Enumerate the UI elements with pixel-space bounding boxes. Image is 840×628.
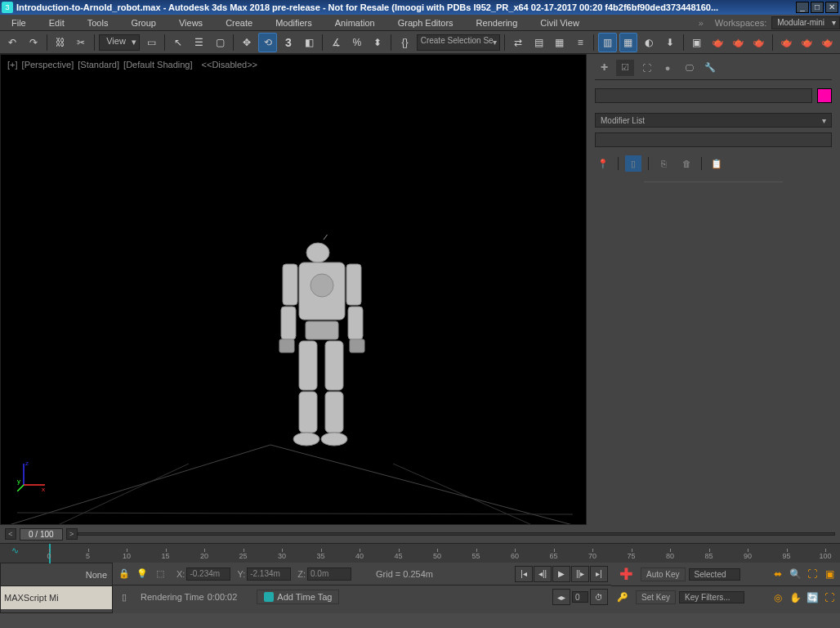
create-tab[interactable]: ✚ [595, 60, 613, 76]
select-name-button[interactable]: ☰ [190, 33, 208, 52]
play-button[interactable]: ▶ [552, 566, 570, 582]
render-frame-button[interactable]: ▣ [688, 33, 706, 52]
fov-icon[interactable]: ▣ [822, 567, 837, 581]
close-button[interactable]: ✕ [825, 2, 838, 13]
spinner-snap-button[interactable]: ⬍ [369, 33, 386, 52]
setkey-button[interactable]: Set Key [636, 590, 676, 604]
menu-file[interactable]: File [0, 15, 38, 30]
modifier-list-dropdown[interactable]: Modifier List▾ [595, 113, 832, 128]
maximize-viewport-icon[interactable]: ⛶ [822, 590, 837, 605]
scale-button[interactable]: 3 [279, 33, 297, 52]
place-button[interactable]: ◧ [300, 33, 318, 52]
selection-lock-button[interactable]: 🔒 [116, 566, 132, 582]
motion-tab[interactable]: ● [659, 60, 677, 76]
remove-modifier-button[interactable]: 🗑 [678, 155, 695, 172]
render-cloud-button[interactable]: 🫖 [819, 33, 837, 52]
frame-spinner[interactable] [572, 591, 588, 603]
reference-coord-dropdown[interactable]: View [99, 34, 140, 51]
goto-start-button[interactable]: |◂ [515, 566, 533, 582]
prev-frame-button[interactable]: ◂|| [534, 566, 552, 582]
time-slider[interactable]: < 0 / 100 > [0, 525, 840, 543]
rotate-button[interactable]: ⟲ [258, 33, 276, 52]
zoom-icon[interactable]: 🔍 [788, 567, 802, 581]
minimize-button[interactable]: _ [796, 2, 809, 13]
coord-mode-button[interactable]: ⬚ [152, 566, 168, 582]
prev-key-button[interactable]: ◂▸ [552, 589, 570, 605]
curve-mode-icon[interactable]: ∿ [11, 545, 19, 556]
pin-stack-button[interactable]: 📍 [595, 155, 611, 172]
maximize-button[interactable]: □ [811, 2, 824, 13]
align-button[interactable]: ▤ [529, 33, 547, 52]
zoom-extents-icon[interactable]: ⛶ [805, 567, 820, 581]
menu-graph-editors[interactable]: Graph Editors [386, 15, 465, 30]
timeline-ruler[interactable]: ∿ 05101520253035404550556065707580859095… [0, 543, 840, 563]
selection-filter-button[interactable]: {} [395, 33, 413, 52]
utilities-tab[interactable]: 🔧 [701, 60, 719, 76]
mirror-button[interactable]: ⇄ [509, 33, 527, 52]
menu-group[interactable]: Group [119, 15, 168, 30]
y-input[interactable] [247, 567, 291, 581]
next-frame-button[interactable]: ||▸ [571, 566, 589, 582]
menu-tools[interactable]: Tools [76, 15, 120, 30]
viewport[interactable]: [+] [Perspective] [Standard] [Default Sh… [0, 54, 587, 525]
unlink-button[interactable]: ✂ [72, 33, 90, 52]
menu-edit[interactable]: Edit [38, 15, 76, 30]
timeslider-handle[interactable]: 0 / 100 [20, 528, 63, 541]
move-button[interactable]: ✥ [238, 33, 256, 52]
timeslider-right-button[interactable]: > [66, 528, 78, 540]
snap-angle-button[interactable]: ∡ [327, 33, 345, 52]
prompt-icon[interactable]: ▯ [116, 589, 132, 605]
isolate-button[interactable]: 💡 [134, 566, 150, 582]
select-region-button[interactable]: ▢ [211, 33, 229, 52]
autokey-button[interactable]: Auto Key [641, 567, 686, 581]
menu-rendering[interactable]: Rendering [465, 15, 529, 30]
undo-button[interactable]: ↶ [3, 33, 21, 52]
menu-views[interactable]: Views [168, 15, 214, 30]
link-button[interactable]: ⛓ [51, 33, 69, 52]
x-input[interactable] [186, 567, 230, 581]
key-filter-mode-dropdown[interactable]: Selected [689, 568, 740, 581]
menu-create[interactable]: Create [214, 15, 264, 30]
show-end-result-button[interactable]: ▯ [625, 155, 641, 172]
curve-editor-button[interactable]: ▥ [598, 33, 616, 52]
time-config-button[interactable]: ⏱ [590, 589, 608, 605]
pan-view-icon[interactable]: ✋ [788, 590, 802, 605]
add-time-tag-button[interactable]: Add Time Tag [257, 590, 339, 604]
redo-button[interactable]: ↷ [24, 33, 42, 52]
menu-animation[interactable]: Animation [324, 15, 386, 30]
render-activeshade-button[interactable]: 🫖 [750, 33, 768, 52]
object-name-input[interactable] [595, 88, 812, 103]
goto-end-button[interactable]: ▸| [590, 566, 608, 582]
select-button[interactable]: ▭ [142, 33, 160, 52]
key-mode-icon[interactable]: 🔑 [614, 590, 631, 606]
key-filters-dropdown[interactable]: Key Filters... [679, 591, 744, 603]
quick-access-chevron-icon[interactable]: » [699, 18, 704, 28]
object-color-swatch[interactable] [817, 88, 832, 103]
pan-icon[interactable]: ⬌ [771, 567, 785, 581]
display-tab[interactable]: 🖵 [680, 60, 698, 76]
render-setup-button[interactable]: ⬇ [660, 33, 678, 52]
modify-tab[interactable]: ☑ [616, 60, 634, 76]
configure-sets-button[interactable]: 📋 [708, 155, 725, 172]
named-selection-set-dropdown[interactable]: Create Selection Se [417, 34, 500, 51]
render-preset-button[interactable]: 🫖 [798, 33, 815, 52]
orbit-icon[interactable]: ◎ [771, 590, 785, 605]
workspaces-dropdown[interactable]: Modular-mini [771, 16, 840, 29]
toggle-ribbon-button[interactable]: ≡ [571, 33, 589, 52]
render-production-button[interactable]: 🫖 [708, 33, 726, 52]
layer-explorer-button[interactable]: ▦ [551, 33, 569, 52]
modifier-stack[interactable] [595, 132, 832, 147]
make-unique-button[interactable]: ⎘ [655, 155, 672, 172]
render-last-button[interactable]: 🫖 [777, 33, 795, 52]
render-iterative-button[interactable]: 🫖 [729, 33, 747, 52]
hierarchy-tab[interactable]: ⛶ [637, 60, 655, 76]
snap-percent-button[interactable]: % [348, 33, 366, 52]
menu-modifiers[interactable]: Modifiers [264, 15, 324, 30]
set-key-large-button[interactable]: ✚ [614, 563, 637, 585]
select-object-button[interactable]: ↖ [169, 33, 187, 52]
walk-icon[interactable]: 🔄 [805, 590, 820, 605]
robot-model[interactable] [273, 235, 387, 464]
maxscript-listener[interactable]: MAXScript Mi [1, 586, 112, 609]
schematic-view-button[interactable]: ▦ [619, 33, 637, 52]
z-input[interactable] [307, 567, 351, 581]
